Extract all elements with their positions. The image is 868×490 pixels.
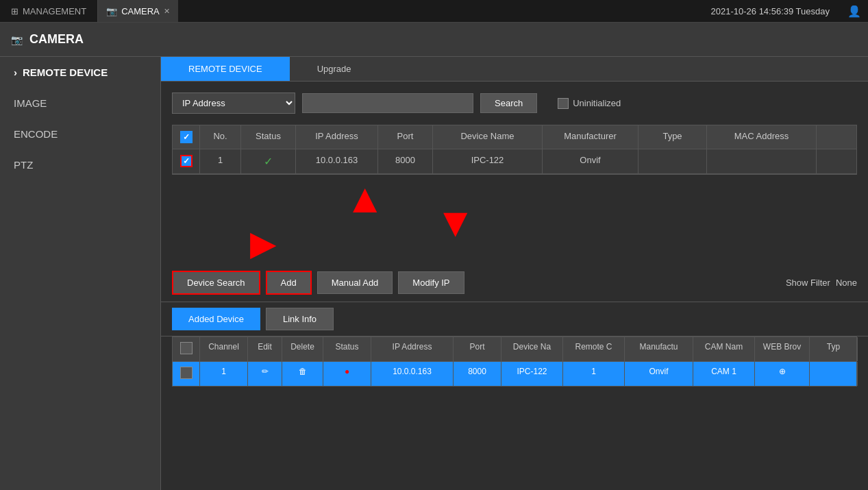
- header-mac: MAC Address: [707, 125, 817, 149]
- camera-header-title: CAMERA: [29, 32, 84, 47]
- device-search-button[interactable]: Device Search: [172, 271, 260, 295]
- header-manufacturer: Manufacturer: [543, 125, 638, 149]
- row-mac: [707, 149, 817, 173]
- header-no: No.: [200, 125, 241, 149]
- show-filter-value: None: [836, 278, 857, 288]
- table-row: ✓ 1 ✓ 10.0.0.163 8000 IPC-122 Onvif: [173, 149, 856, 174]
- management-tab[interactable]: ⊞ MANAGEMENT: [0, 0, 98, 22]
- btd-cam-name: CAM 1: [693, 362, 755, 386]
- table-header-row: ✓ No. Status IP Address Port Device Name…: [173, 125, 856, 149]
- content-area: REMOTE DEVICE Upgrade IP Address Search …: [161, 57, 868, 490]
- show-filter-label: Show Filter: [786, 278, 830, 288]
- btd-edit[interactable]: ✏: [248, 362, 282, 386]
- bth-manufacturer: Manufactu: [625, 337, 693, 361]
- bth-web-brow: WEB Brov: [755, 337, 810, 361]
- uninit-checkbox[interactable]: [558, 98, 569, 109]
- header-port: Port: [378, 125, 433, 149]
- bth-remote-c: Remote C: [563, 337, 625, 361]
- topbar: ⊞ MANAGEMENT 📷 CAMERA ✕ 2021-10-26 14:56…: [0, 0, 868, 23]
- camera-tab[interactable]: 📷 CAMERA ✕: [98, 0, 178, 22]
- tab-bar: REMOTE DEVICE Upgrade: [161, 57, 868, 82]
- add-button[interactable]: Add: [266, 271, 312, 295]
- bth-cam-name: CAM Nam: [693, 337, 755, 361]
- sidebar-item-encode[interactable]: ENCODE: [0, 119, 160, 149]
- datetime-display: 2021-10-26 14:56:39 Tuesday: [700, 6, 841, 16]
- camera-tab-icon: 📷: [106, 6, 117, 16]
- sidebar-item-remote-device[interactable]: › REMOTE DEVICE: [0, 57, 160, 88]
- arrow-down-annotation: ▼: [435, 202, 475, 243]
- grid-icon: ⊞: [11, 6, 18, 16]
- sidebar-image-label: IMAGE: [14, 97, 47, 109]
- close-tab-button[interactable]: ✕: [164, 7, 170, 16]
- camera-header: 📷 CAMERA: [0, 23, 868, 57]
- bottom-action-buttons: Device Search Add Manual Add Modify IP S…: [161, 264, 868, 302]
- tab-link-info[interactable]: Link Info: [266, 308, 334, 330]
- sidebar-arrow-icon: ›: [14, 66, 17, 78]
- btable-row: 1 ✏ 🗑 ● 10.0.0.163 8000 IPC-122 1 Onvif …: [172, 361, 857, 387]
- bth-delete: Delete: [282, 337, 323, 361]
- bth-type: Typ: [810, 337, 858, 361]
- btable-header: Channel Edit Delete Status IP Address Po…: [172, 336, 857, 361]
- bth-checkbox: [173, 337, 200, 361]
- user-icon[interactable]: 👤: [841, 5, 868, 18]
- main-layout: › REMOTE DEVICE IMAGE ENCODE PTZ REMOTE …: [0, 57, 868, 490]
- uninit-label: Uninitialized: [558, 98, 621, 109]
- header-checkbox[interactable]: ✓: [180, 131, 193, 143]
- sidebar-item-image[interactable]: IMAGE: [0, 88, 160, 119]
- btd-row-checkbox[interactable]: [180, 367, 193, 379]
- camera-tab-label: CAMERA: [121, 6, 160, 16]
- search-row: IP Address Search Uninitialized: [161, 82, 868, 125]
- sidebar-item-ptz[interactable]: PTZ: [0, 149, 160, 180]
- btable-header-checkbox[interactable]: [180, 342, 193, 354]
- sidebar-ptz-label: PTZ: [14, 159, 33, 171]
- uninit-text: Uninitialized: [573, 98, 621, 108]
- bth-port: Port: [454, 337, 501, 361]
- tab-added-device[interactable]: Added Device: [172, 308, 260, 330]
- btd-web-brow: ⊕: [755, 362, 810, 386]
- btd-status: ●: [323, 362, 371, 386]
- btd-checkbox: [173, 362, 200, 386]
- btd-device-name: IPC-122: [501, 362, 563, 386]
- arrow-up-annotation: ▲: [345, 178, 385, 219]
- btd-channel: 1: [200, 362, 248, 386]
- btd-port: 8000: [454, 362, 501, 386]
- search-input[interactable]: [302, 93, 473, 113]
- sidebar-remote-device-label: REMOTE DEVICE: [23, 66, 108, 78]
- row-checkbox[interactable]: ✓: [180, 155, 193, 167]
- sidebar: › REMOTE DEVICE IMAGE ENCODE PTZ: [0, 57, 161, 490]
- bth-channel: Channel: [200, 337, 248, 361]
- btd-manufacturer: Onvif: [625, 362, 693, 386]
- camera-header-icon: 📷: [11, 34, 23, 45]
- btd-delete[interactable]: 🗑: [282, 362, 323, 386]
- row-ip: 10.0.0.163: [296, 149, 378, 173]
- row-status: ✓: [241, 149, 296, 173]
- header-ip: IP Address: [296, 125, 378, 149]
- row-no: 1: [200, 149, 241, 173]
- management-label: MANAGEMENT: [23, 6, 86, 16]
- header-device-name: Device Name: [433, 125, 543, 149]
- device-table: ✓ No. Status IP Address Port Device Name…: [172, 125, 857, 175]
- tab-upgrade[interactable]: Upgrade: [290, 57, 379, 81]
- btd-type: [810, 362, 858, 386]
- row-port: 8000: [378, 149, 433, 173]
- annotation-area: ▲ ▼ ▶: [161, 175, 868, 264]
- show-filter: Show Filter None: [786, 278, 857, 288]
- row-manufacturer: Onvif: [543, 149, 638, 173]
- header-type: Type: [638, 125, 707, 149]
- bth-ip: IP Address: [371, 337, 454, 361]
- sidebar-encode-label: ENCODE: [14, 128, 58, 140]
- manual-add-button[interactable]: Manual Add: [317, 271, 393, 294]
- modify-ip-button[interactable]: Modify IP: [398, 271, 464, 294]
- tab-bar2: Added Device Link Info: [161, 302, 868, 336]
- search-button[interactable]: Search: [480, 93, 537, 113]
- header-checkbox-col: ✓: [173, 125, 200, 149]
- btd-remote-c: 1: [563, 362, 625, 386]
- bth-status: Status: [323, 337, 371, 361]
- btd-ip: 10.0.0.163: [371, 362, 454, 386]
- bth-edit: Edit: [248, 337, 282, 361]
- arrow-right-annotation: ▶: [250, 226, 276, 260]
- search-type-select[interactable]: IP Address: [172, 93, 295, 114]
- row-checkbox-col: ✓: [173, 149, 200, 173]
- header-status: Status: [241, 125, 296, 149]
- tab-remote-device[interactable]: REMOTE DEVICE: [161, 57, 290, 81]
